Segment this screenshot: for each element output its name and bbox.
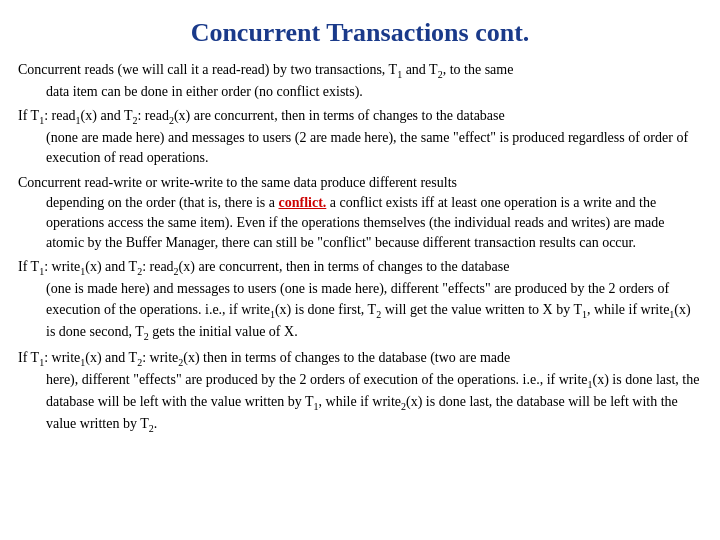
p5-indent: here), different "effects" are produced … (46, 370, 702, 437)
p4-text: If T1: write1(x) and T2: read2(x) are co… (18, 259, 509, 274)
p4-indent: (one is made here) and messages to users… (46, 279, 702, 344)
paragraph-5: If T1: write1(x) and T2: write2(x) then … (18, 348, 702, 437)
main-content: Concurrent reads (we will call it a read… (18, 60, 702, 437)
p5-text: If T1: write1(x) and T2: write2(x) then … (18, 350, 510, 365)
p3-indent: depending on the order (that is, there i… (46, 193, 702, 253)
paragraph-1: Concurrent reads (we will call it a read… (18, 60, 702, 102)
paragraph-2: If T1: read1(x) and T2: read2(x) are con… (18, 106, 702, 169)
p3-text: Concurrent read-write or write-write to … (18, 175, 457, 190)
p2-indent: (none are made here) and messages to use… (46, 128, 702, 168)
p2-text: If T1: read1(x) and T2: read2(x) are con… (18, 108, 505, 123)
p1-indent: data item can be done in either order (n… (46, 82, 702, 102)
p1-text: Concurrent reads (we will call it a read… (18, 62, 513, 77)
paragraph-4: If T1: write1(x) and T2: read2(x) are co… (18, 257, 702, 344)
page-title: Concurrent Transactions cont. (18, 14, 702, 52)
conflict-label: conflict. (278, 195, 326, 210)
paragraph-3: Concurrent read-write or write-write to … (18, 173, 702, 254)
